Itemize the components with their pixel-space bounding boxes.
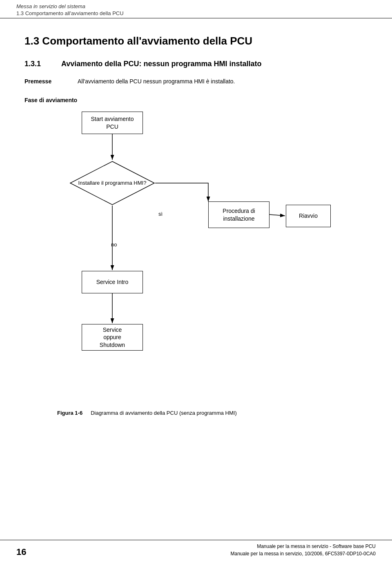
label-si: sì xyxy=(158,211,163,217)
box-procedura-text: Procedura diinstallazione xyxy=(223,207,255,222)
svg-line-2 xyxy=(270,215,285,216)
subsection-title-text: Avviamento della PCU: nessun programma H… xyxy=(61,60,261,68)
page-content: 1.3 Comportamento all'avviamento della P… xyxy=(0,18,392,441)
figure-caption-text: Diagramma di avviamento della PCU (senza… xyxy=(91,410,237,416)
footer-line2: Manuale per la messa in servizio, 10/200… xyxy=(230,550,376,557)
box-service-shutdown: ServiceoppureShutdown xyxy=(82,324,143,351)
figure-caption: Figura 1-6 Diagramma di avviamento della… xyxy=(57,410,368,416)
box-service-shutdown-text: ServiceoppureShutdown xyxy=(100,326,125,349)
figure-label: Figura 1-6 xyxy=(57,410,82,416)
premise-label: Premesse xyxy=(24,78,78,85)
flowchart: Start avviamentoPCU Installare il progra… xyxy=(57,112,343,398)
diamond-install: Installare il programma HMI? xyxy=(69,161,155,206)
flowchart-arrows xyxy=(57,112,343,398)
box-service-intro-text: Service Intro xyxy=(96,278,129,286)
box-start-text: Start avviamentoPCU xyxy=(91,115,134,130)
subsection-title: 1.3.1 Avviamento della PCU: nessun progr… xyxy=(24,60,368,68)
startup-phase-label: Fase di avviamento xyxy=(24,97,368,103)
footer-line1: Manuale per la messa in servizio - Softw… xyxy=(230,543,376,550)
box-riavvio-text: Riavvio xyxy=(299,212,318,219)
section-title: 1.3 Comportamento all'avviamento della P… xyxy=(24,35,368,47)
header-sub: 1.3 Comportamento all'avviamento della P… xyxy=(16,10,376,16)
flowchart-container: Start avviamentoPCU Installare il progra… xyxy=(57,112,368,416)
premise-section: Premesse All'avviamento della PCU nessun… xyxy=(24,78,368,85)
box-service-intro: Service Intro xyxy=(82,271,143,293)
header-top: Messa in servizio del sistema xyxy=(16,3,376,9)
premise-text: All'avviamento della PCU nessun programm… xyxy=(78,78,235,85)
box-procedura: Procedura diinstallazione xyxy=(208,201,270,228)
page-number: 16 xyxy=(16,547,26,557)
label-no: no xyxy=(111,242,117,248)
subsection-number: 1.3.1 xyxy=(24,60,49,68)
footer-right: Manuale per la messa in servizio - Softw… xyxy=(230,543,376,557)
box-riavvio: Riavvio xyxy=(286,205,331,227)
page-footer: 16 Manuale per la messa in servizio - So… xyxy=(0,540,392,560)
page-header: Messa in servizio del sistema 1.3 Compor… xyxy=(0,0,392,18)
diamond-text: Installare il programma HMI? xyxy=(78,180,147,187)
diamond-wrapper: Installare il programma HMI? xyxy=(69,161,155,206)
box-start: Start avviamentoPCU xyxy=(82,112,143,134)
